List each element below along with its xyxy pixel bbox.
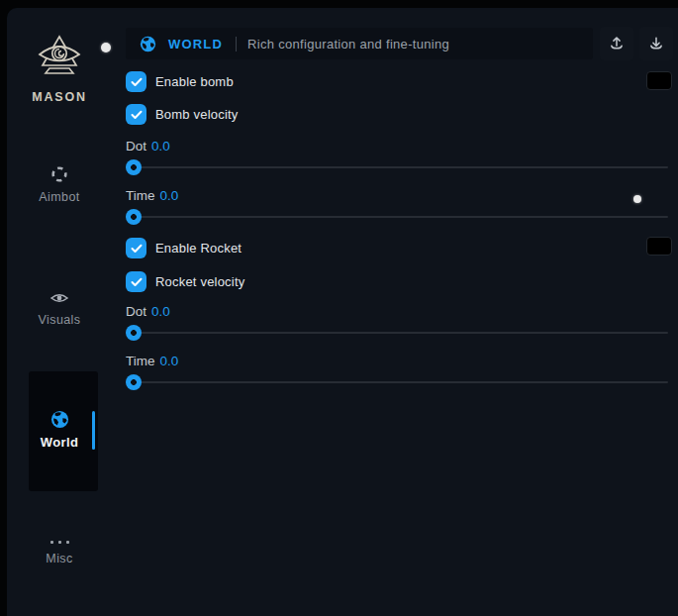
slider-track[interactable] — [126, 332, 668, 334]
logo-wordmark: MASON — [29, 90, 90, 104]
slider-name: Dot — [126, 139, 146, 154]
mason-logo-icon — [37, 34, 82, 81]
slider-value: 0.0 — [151, 139, 170, 154]
slider-value: 0.0 — [160, 354, 179, 368]
sidebar-item-label: Visuals — [17, 313, 102, 327]
slider-value: 0.0 — [160, 188, 179, 203]
bomb-velocity-row: Bomb velocity — [126, 104, 239, 125]
slider-name: Time — [126, 354, 155, 368]
bomb-velocity-checkbox[interactable] — [126, 104, 146, 125]
sidebar-item-aimbot[interactable]: Aimbot — [17, 164, 102, 204]
enable-bomb-row: Enable bomb — [126, 71, 234, 92]
enable-rocket-checkbox[interactable] — [126, 238, 146, 258]
slider-label: Time0.0 — [126, 188, 178, 203]
sidebar-item-label: World — [17, 435, 102, 450]
slider-label: Dot0.0 — [126, 304, 170, 319]
bomb-color-swatch[interactable] — [646, 71, 672, 90]
slider-thumb[interactable] — [126, 374, 142, 390]
enable-bomb-checkbox[interactable] — [126, 71, 146, 92]
eye-icon — [49, 289, 69, 307]
rocket-color-swatch[interactable] — [646, 237, 672, 256]
checkbox-label: Enable Rocket — [155, 241, 242, 256]
rocket-velocity-checkbox[interactable] — [126, 271, 146, 292]
header-divider — [236, 37, 237, 51]
download-icon — [647, 35, 665, 52]
sidebar-item-visuals[interactable]: Visuals — [17, 289, 102, 327]
slider-value: 0.0 — [151, 304, 170, 319]
sidebar-item-label: Misc — [17, 552, 102, 565]
app-window: MASON Aimbot Visuals World Misc — [7, 8, 678, 616]
slider-thumb[interactable] — [126, 209, 142, 225]
sidebar-item-label: Aimbot — [17, 190, 102, 204]
rocket-velocity-row: Rocket velocity — [126, 271, 244, 292]
checkbox-label: Enable bomb — [155, 74, 234, 89]
check-icon — [131, 77, 143, 87]
page-header: WORLD Rich configuration and fine-tuning — [126, 28, 593, 59]
checkbox-label: Bomb velocity — [155, 107, 239, 122]
page-subtitle: Rich configuration and fine-tuning — [247, 37, 449, 51]
export-config-button[interactable] — [600, 27, 633, 60]
slider-name: Dot — [126, 304, 146, 319]
ellipsis-icon — [17, 535, 102, 544]
cursor-dot — [633, 195, 641, 203]
rocket-dot-slider[interactable] — [126, 325, 668, 341]
sidebar-item-world[interactable]: World — [17, 410, 102, 450]
sidebar-item-misc[interactable]: Misc — [17, 535, 102, 565]
bomb-time-slider[interactable] — [126, 209, 668, 225]
slider-label: Dot0.0 — [126, 139, 170, 154]
slider-label: Time0.0 — [126, 354, 178, 368]
slider-track[interactable] — [126, 166, 668, 168]
enable-rocket-row: Enable Rocket — [126, 238, 242, 258]
slider-thumb[interactable] — [126, 325, 142, 341]
upload-icon — [608, 35, 626, 52]
slider-track[interactable] — [126, 381, 668, 383]
slider-thumb[interactable] — [126, 159, 142, 175]
globe-icon — [140, 36, 156, 52]
slider-name: Time — [126, 188, 155, 203]
cursor-dot — [101, 43, 111, 52]
check-icon — [131, 110, 143, 120]
crosshair-icon — [49, 164, 69, 184]
check-icon — [131, 277, 143, 287]
page-title: WORLD — [168, 37, 223, 51]
checkbox-label: Rocket velocity — [155, 274, 244, 289]
check-icon — [131, 244, 143, 254]
import-config-button[interactable] — [639, 27, 673, 60]
rocket-time-slider[interactable] — [126, 374, 668, 390]
globe-icon — [50, 410, 69, 429]
bomb-dot-slider[interactable] — [126, 159, 668, 175]
slider-track[interactable] — [126, 216, 668, 218]
